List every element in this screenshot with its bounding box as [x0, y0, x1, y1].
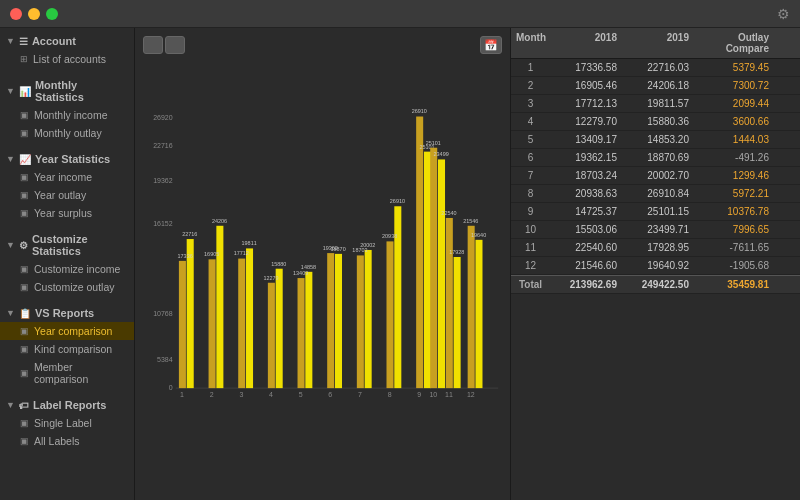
td-2018: 14725.37	[548, 205, 620, 218]
svg-text:10768: 10768	[153, 310, 173, 317]
td-compare: 1444.03	[692, 133, 772, 146]
window-controls	[10, 8, 58, 20]
sidebar-item-year-outlay[interactable]: ▣ Year outlay	[0, 186, 134, 204]
sidebar-item-monthly-outlay[interactable]: ▣ Monthly outlay	[0, 124, 134, 142]
calendar-button[interactable]: 📅	[480, 36, 502, 54]
customize-stats-header[interactable]: ▼ ⚙ Customize Statistics	[0, 230, 134, 260]
label-reports-label: Label Reports	[33, 399, 106, 411]
td-compare: 7996.65	[692, 223, 772, 236]
td-2018: 18703.24	[548, 169, 620, 182]
svg-text:18870: 18870	[331, 246, 346, 252]
svg-text:9: 9	[417, 391, 421, 398]
chart-svg-container: 26920 22716 19362 16152 10768 5384 0 173…	[143, 62, 502, 452]
svg-text:20938: 20938	[382, 233, 397, 239]
td-compare: 35459.81	[692, 278, 772, 291]
sidebar-item-customize-outlay[interactable]: ▣ Customize outlay	[0, 278, 134, 296]
year-stats-label: Year Statistics	[35, 153, 110, 165]
td-2019: 25101.15	[620, 205, 692, 218]
year-outlay-label: Year outlay	[34, 189, 86, 201]
svg-text:2: 2	[210, 391, 214, 398]
bar-chart-svg: 26920 22716 19362 16152 10768 5384 0 173…	[143, 62, 502, 452]
bar-m1-2018	[179, 261, 186, 388]
settings-button[interactable]: ⚙	[777, 6, 790, 22]
td-2019: 249422.50	[620, 278, 692, 291]
list-icon: ⊞	[20, 54, 28, 64]
bar-m9-2019	[424, 152, 431, 388]
td-compare: -7611.65	[692, 241, 772, 254]
vs-reports-section: ▼ 📋 VS Reports ▣ Year comparison ▣ Kind …	[0, 300, 134, 392]
svg-text:5384: 5384	[157, 356, 173, 363]
table-header: Month 2018 2019 Outlay Compare	[511, 28, 800, 59]
sidebar-item-list-of-accounts[interactable]: ⊞ List of accounts	[0, 50, 134, 68]
year-stats-header[interactable]: ▼ 📈 Year Statistics	[0, 150, 134, 168]
minimize-button[interactable]	[28, 8, 40, 20]
bar-m6-2019	[335, 254, 342, 388]
table-row: 11 22540.60 17928.95 -7611.65	[511, 239, 800, 257]
svg-text:14858: 14858	[301, 264, 316, 270]
td-compare: 2099.44	[692, 97, 772, 110]
remove-year-button[interactable]	[165, 36, 185, 54]
sidebar-item-single-label[interactable]: ▣ Single Label	[0, 414, 134, 432]
td-month: 8	[513, 187, 548, 200]
toolbar-btn-group	[143, 36, 185, 54]
close-button[interactable]	[10, 8, 22, 20]
sidebar-item-kind-comparison[interactable]: ▣ Kind comparison	[0, 340, 134, 358]
account-header[interactable]: ▼ ☰ Account	[0, 32, 134, 50]
member-comparison-icon: ▣	[20, 368, 29, 378]
svg-text:22540: 22540	[441, 210, 456, 216]
bar-m4-2018	[268, 283, 275, 388]
td-2019: 19640.92	[620, 259, 692, 272]
svg-text:6: 6	[328, 391, 332, 398]
bar-m11-2019	[454, 257, 461, 388]
year-comparison-label: Year comparison	[34, 325, 112, 337]
titlebar: ⚙	[0, 0, 800, 28]
customize-income-icon: ▣	[20, 264, 29, 274]
bar-m2-2019	[216, 226, 223, 388]
sidebar-item-all-labels[interactable]: ▣ All Labels	[0, 432, 134, 450]
all-labels-label: All Labels	[34, 435, 80, 447]
sidebar-item-year-comparison[interactable]: ▣ Year comparison	[0, 322, 134, 340]
td-2019: 18870.69	[620, 151, 692, 164]
bar-m10-2018	[430, 148, 437, 388]
vs-reports-header[interactable]: ▼ 📋 VS Reports	[0, 304, 134, 322]
sidebar-item-member-comparison[interactable]: ▣ Member comparison	[0, 358, 134, 388]
member-comparison-label: Member comparison	[34, 361, 128, 385]
sidebar-item-customize-income[interactable]: ▣ Customize income	[0, 260, 134, 278]
td-2019: 15880.36	[620, 115, 692, 128]
customize-stats-label: Customize Statistics	[32, 233, 128, 257]
svg-text:13409: 13409	[293, 270, 308, 276]
table-panel: Month 2018 2019 Outlay Compare 1 17336.5…	[510, 28, 800, 500]
add-year-button[interactable]	[143, 36, 163, 54]
customize-income-label: Customize income	[34, 263, 120, 275]
sidebar-item-year-surplus[interactable]: ▣ Year surplus	[0, 204, 134, 222]
monthly-outlay-label: Monthly outlay	[34, 127, 102, 139]
svg-text:7: 7	[358, 391, 362, 398]
svg-text:25101: 25101	[426, 140, 441, 146]
td-2019: 22716.03	[620, 61, 692, 74]
svg-text:17928: 17928	[449, 249, 464, 255]
year-income-icon: ▣	[20, 172, 29, 182]
chart-toolbar: 📅	[143, 36, 502, 54]
bar-m10-2019	[438, 159, 445, 388]
table-row: Total 213962.69 249422.50 35459.81	[511, 275, 800, 294]
sidebar-item-year-income[interactable]: ▣ Year income	[0, 168, 134, 186]
bar-m5-2019	[305, 272, 312, 388]
account-label: Account	[32, 35, 76, 47]
maximize-button[interactable]	[46, 8, 58, 20]
monthly-stats-header[interactable]: ▼ 📊 Monthly Statistics	[0, 76, 134, 106]
bar-m5-2018	[298, 278, 305, 388]
bar-m12-2019	[475, 240, 482, 388]
td-compare: -1905.68	[692, 259, 772, 272]
svg-text:23499: 23499	[434, 151, 449, 157]
td-compare: 1299.46	[692, 169, 772, 182]
sidebar-item-monthly-income[interactable]: ▣ Monthly income	[0, 106, 134, 124]
td-2018: 213962.69	[548, 278, 620, 291]
td-2019: 20002.70	[620, 169, 692, 182]
svg-text:26910: 26910	[412, 108, 427, 114]
svg-text:18703: 18703	[352, 247, 367, 253]
bar-m4-2019	[276, 269, 283, 388]
label-reports-header[interactable]: ▼ 🏷 Label Reports	[0, 396, 134, 414]
bar-m12-2018	[468, 226, 475, 388]
svg-text:17712: 17712	[234, 250, 249, 256]
svg-text:5: 5	[299, 391, 303, 398]
